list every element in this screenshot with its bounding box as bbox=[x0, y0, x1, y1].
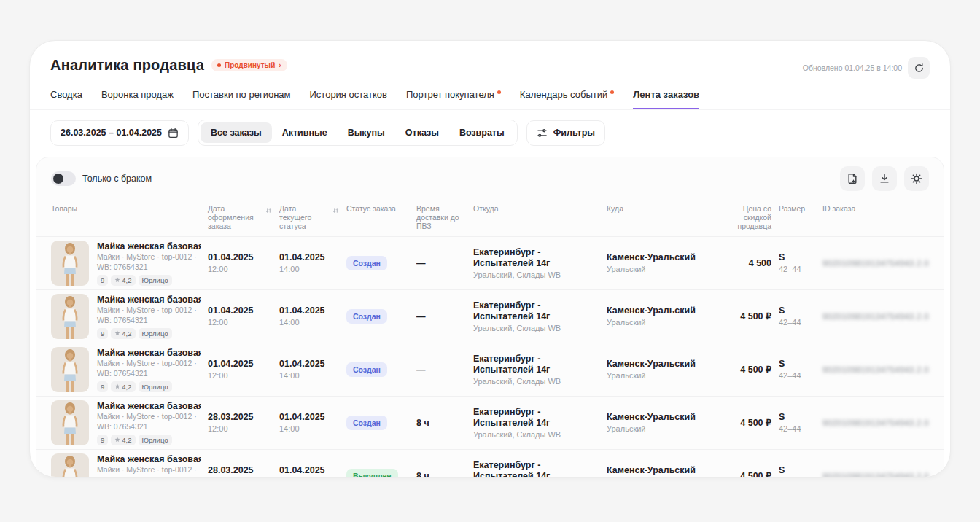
from-title: Екатеринбург - Испытателей 14г bbox=[473, 354, 599, 375]
table-row[interactable]: Майка женская базовая под пи... Майки · … bbox=[36, 396, 944, 449]
segment-4[interactable]: Отказы bbox=[395, 122, 449, 143]
from-cell: Екатеринбург - Испытателей 14гУральский,… bbox=[473, 247, 607, 280]
table-settings-button[interactable] bbox=[904, 166, 929, 191]
tab-3[interactable]: Поставки по регионам bbox=[192, 89, 291, 109]
status-cell: Создан bbox=[346, 256, 416, 270]
to-title: Каменск-Уральский bbox=[607, 359, 707, 370]
from-title: Екатеринбург - Испытателей 14г bbox=[473, 300, 599, 322]
status-badge: Выкуплен bbox=[346, 469, 398, 478]
star-icon bbox=[114, 330, 120, 336]
order-id-cell: 9020109819134754943.2.0 bbox=[822, 365, 936, 375]
segment-3[interactable]: Выкупы bbox=[338, 122, 395, 143]
size: S bbox=[779, 465, 815, 476]
delivery-time-cell: — bbox=[416, 311, 473, 322]
table-row[interactable]: Майка женская базовая под пи... Майки · … bbox=[36, 343, 944, 396]
defect-only-toggle[interactable]: Только с браком bbox=[51, 171, 152, 186]
table-header-row: ТоварыДата оформления заказаДата текущег… bbox=[36, 200, 944, 236]
settings-gear-icon bbox=[911, 173, 922, 184]
chevron-right-icon: › bbox=[279, 61, 281, 69]
status-time: 14:00 bbox=[279, 265, 339, 274]
size-cell: S42–44 bbox=[779, 359, 822, 381]
product-badge: 4,2 bbox=[111, 275, 135, 286]
product-badge: 9 bbox=[97, 381, 108, 392]
to-cell: Каменск-УральскийУральский bbox=[607, 252, 715, 274]
table-row[interactable]: Майка женская базовая под пи... Майки · … bbox=[36, 236, 944, 289]
order-time: 12:00 bbox=[208, 371, 272, 381]
product-title: Майка женская базовая под пи... bbox=[97, 348, 201, 358]
from-subtitle: Уральский, Склады WB bbox=[473, 430, 599, 440]
product-cell: Майка женская базовая под пи... Майки · … bbox=[51, 453, 208, 478]
tab-1[interactable]: Сводка bbox=[50, 89, 82, 109]
product-image bbox=[51, 347, 89, 392]
segment-1[interactable]: Все заказы bbox=[201, 122, 272, 143]
download-button[interactable] bbox=[872, 166, 897, 191]
tab-6[interactable]: Календарь событий bbox=[520, 89, 614, 109]
delivery-time-cell: — bbox=[416, 365, 473, 375]
order-date: 28.03.2025 bbox=[208, 465, 272, 476]
segment-5[interactable]: Возвраты bbox=[449, 122, 515, 143]
column-header-3[interactable]: Дата текущего статуса bbox=[279, 204, 346, 230]
product-image bbox=[51, 400, 89, 445]
column-header-6: Откуда bbox=[473, 204, 607, 230]
defect-only-label: Только с браком bbox=[82, 174, 152, 184]
to-subtitle: Уральский bbox=[607, 265, 707, 274]
product-badges: 94,2Юрлицо bbox=[97, 435, 201, 445]
order-date-cell: 01.04.202512:00 bbox=[208, 305, 279, 327]
column-header-8: Цена со скидкой продавца bbox=[715, 204, 779, 230]
product-wb-number: WB: 07654321 bbox=[97, 262, 201, 272]
price-cell: 4 500 ₽ bbox=[715, 418, 779, 429]
tab-bar: СводкаВоронка продажПоставки по регионам… bbox=[30, 79, 950, 110]
order-time: 12:00 bbox=[208, 318, 272, 327]
tab-2[interactable]: Воронка продаж bbox=[101, 89, 174, 109]
tab-7[interactable]: Лента заказов bbox=[633, 89, 699, 109]
plan-dot-icon bbox=[217, 63, 221, 67]
tab-4[interactable]: История остатков bbox=[310, 89, 387, 109]
order-time: 12:00 bbox=[208, 265, 272, 274]
table-row[interactable]: Майка женская базовая под пи... Майки · … bbox=[36, 449, 944, 478]
column-header-7: Куда bbox=[607, 204, 715, 230]
product-badge: 4,2 bbox=[111, 381, 135, 392]
status-badge: Создан bbox=[346, 416, 387, 430]
date-range-picker[interactable]: 26.03.2025 – 01.04.2025 bbox=[50, 120, 189, 146]
order-id-blurred: 9020109819134754943.2.0 bbox=[822, 472, 929, 478]
product-title: Майка женская базовая под пи... bbox=[97, 401, 201, 411]
order-time: 12:00 bbox=[208, 424, 272, 434]
filters-button[interactable]: Фильтры bbox=[526, 120, 605, 146]
from-cell: Екатеринбург - Испытателей 14гУральский,… bbox=[473, 407, 607, 440]
refresh-button[interactable] bbox=[908, 57, 930, 79]
to-title: Каменск-Уральский bbox=[607, 252, 707, 263]
order-id-blurred: 9020109819134754943.2.0 bbox=[822, 365, 929, 374]
order-id-cell: 9020109819134754943.2.0 bbox=[822, 258, 936, 268]
export-file-button[interactable] bbox=[840, 166, 865, 191]
status-date-cell: 01.04.202514:00 bbox=[279, 252, 346, 274]
to-cell: Каменск-УральскийУральский bbox=[607, 359, 715, 381]
column-header-2[interactable]: Дата оформления заказа bbox=[208, 204, 279, 230]
product-meta: Майки · MyStore · top-0012 · bbox=[97, 465, 201, 475]
order-date-cell: 28.03.202512:00 bbox=[208, 412, 279, 434]
column-header-1: Товары bbox=[51, 204, 208, 230]
column-header-10: ID заказа bbox=[822, 204, 929, 230]
to-subtitle: Уральский bbox=[607, 424, 707, 434]
status-date-cell: 01.04.202514:00 bbox=[279, 412, 346, 434]
product-cell: Майка женская базовая под пи... Майки · … bbox=[51, 347, 208, 392]
filters-sliders-icon bbox=[537, 128, 548, 139]
segment-2[interactable]: Активные bbox=[272, 122, 338, 143]
from-subtitle: Уральский, Склады WB bbox=[473, 377, 599, 386]
notification-dot-icon bbox=[610, 90, 614, 94]
table-row[interactable]: Майка женская базовая под пи... Майки · … bbox=[36, 289, 944, 343]
tab-label: Лента заказов bbox=[633, 89, 699, 100]
tab-5[interactable]: Портрет покупателя bbox=[406, 89, 501, 109]
notification-dot-icon bbox=[497, 90, 501, 94]
tab-label: Портрет покупателя bbox=[406, 89, 494, 100]
size: S bbox=[779, 412, 815, 423]
table-body: Майка женская базовая под пи... Майки · … bbox=[36, 236, 944, 478]
tab-label: История остатков bbox=[310, 89, 387, 100]
product-title: Майка женская базовая под пи... bbox=[97, 295, 201, 305]
order-date-cell: 28.03.202512:00 bbox=[208, 465, 279, 478]
order-id-cell: 9020109819134754943.2.0 bbox=[822, 471, 936, 478]
plan-badge[interactable]: Продвинутый › bbox=[211, 59, 287, 71]
order-date: 28.03.2025 bbox=[208, 412, 272, 423]
plan-badge-label: Продвинутый bbox=[225, 61, 275, 69]
product-cell: Майка женская базовая под пи... Майки · … bbox=[51, 294, 208, 339]
from-title: Екатеринбург - Испытателей 14г bbox=[473, 247, 599, 269]
